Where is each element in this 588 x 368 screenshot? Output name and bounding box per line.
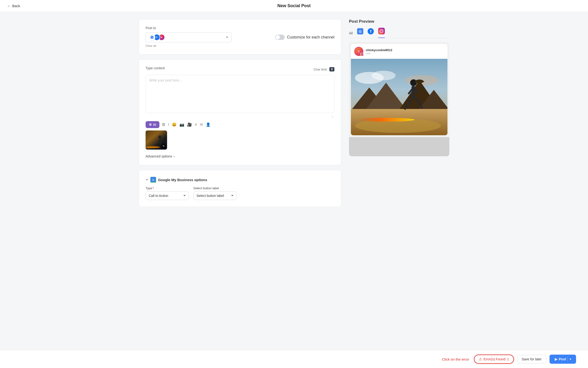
preview-card: C (349, 42, 449, 156)
preview-title: Post Preview (349, 19, 449, 24)
button-label-label: Select button label (193, 186, 236, 190)
channel-select-chevron: ▼ (226, 36, 229, 39)
back-button[interactable]: ← Back (7, 4, 20, 8)
toolbar-row: ⚙ AI B I 😀 📷 🎥 # ✉ 👤 (146, 121, 334, 128)
image-edit-overlay[interactable]: ✎ (161, 143, 166, 149)
svg-text:f: f (370, 29, 371, 33)
customize-toggle[interactable] (275, 35, 285, 40)
svg-text:G: G (359, 30, 361, 33)
post-button[interactable]: ▶ Post ▼ (550, 355, 576, 364)
gmb-logo-icon: G (150, 177, 156, 183)
content-label: Type content (146, 66, 165, 70)
bold-icon[interactable]: B (162, 123, 165, 127)
video-icon[interactable]: 🎥 (187, 122, 192, 127)
clear-all-link[interactable]: Clear all (146, 44, 334, 47)
char-limit-area: Char limit: 0 (314, 67, 334, 72)
textarea-footer: ↘ (146, 114, 334, 118)
svg-point-4 (158, 136, 162, 139)
svg-text:G: G (151, 37, 153, 38)
svg-point-34 (357, 118, 415, 122)
channel-select[interactable]: G f ● ▼ (146, 32, 232, 42)
save-later-button[interactable]: Save for later (517, 355, 546, 363)
preview-card-header: C (351, 44, 448, 59)
image-thumbnail-container: ✎ (146, 130, 167, 150)
channel-avatars: G f ● (149, 34, 163, 41)
customize-row: Customize for each channel (275, 35, 334, 40)
error-found-button[interactable]: ⚠ Error(s) Found: 1 (474, 355, 514, 364)
right-panel: Post Preview All G f (349, 19, 449, 207)
advanced-options-row[interactable]: Advanced options › (146, 154, 334, 158)
gmb-section-title: Google My Business options (158, 178, 207, 182)
type-label: Type* (146, 186, 189, 190)
left-panel: Post to G f ● ▼ (139, 19, 341, 207)
gmb-avatar: G (149, 34, 155, 41)
top-bar: ← Back New Social Post (0, 0, 588, 12)
char-limit-row: Type content Char limit: 0 (146, 66, 334, 72)
preview-image (351, 59, 448, 135)
back-arrow-icon: ← (7, 4, 11, 8)
click-on-error-text: Click on the error (442, 357, 469, 361)
svg-point-19 (383, 29, 383, 30)
char-limit-value: 0 (329, 67, 334, 72)
post-label: Post (559, 357, 566, 361)
tag-icon[interactable]: ✉ (200, 122, 203, 127)
preview-tab-facebook[interactable]: f (368, 28, 374, 38)
preview-tab-all[interactable]: All (349, 31, 353, 38)
post-icon: ▶ (555, 357, 557, 361)
button-label-form-group: Select button label Select button label … (193, 186, 236, 200)
preview-tab-gmb[interactable]: G (357, 28, 363, 38)
emoji-icon[interactable]: 😀 (172, 122, 177, 127)
svg-rect-22 (361, 53, 363, 56)
type-select[interactable]: Call to Action Event Offer Standard (146, 191, 189, 200)
gmb-options-card: ▼ G Google My Business options Type* (139, 170, 341, 207)
post-textarea[interactable] (146, 75, 334, 113)
svg-point-3 (146, 146, 160, 148)
bottom-bar: Click on the error ⚠ Error(s) Found: 1 S… (0, 350, 588, 368)
image-icon[interactable]: 📷 (180, 122, 184, 127)
post-btn-divider (568, 357, 568, 361)
preview-avatar: C (354, 47, 363, 56)
advanced-options-chevron: › (174, 154, 175, 158)
svg-rect-16 (378, 28, 385, 34)
post-to-label: Post to (146, 26, 334, 30)
gmb-form-row: Type* Call to Action Event Offer Standar… (146, 186, 334, 200)
char-limit-label: Char limit: (314, 68, 328, 71)
ig-platform-badge (360, 53, 364, 56)
ai-icon: ⚙ (149, 123, 152, 126)
svg-point-26 (372, 71, 395, 80)
preview-username: chinkycookie8012 (366, 48, 392, 52)
advanced-options-label: Advanced options (146, 154, 172, 158)
content-card: Type content Char limit: 0 ↘ ⚙ AI B I 😀 (139, 59, 341, 165)
preview-gray-area (349, 137, 449, 156)
preview-tabs: All G f (349, 28, 449, 38)
person-icon[interactable]: 👤 (206, 122, 211, 127)
post-to-row: G f ● ▼ Customize for each channel (146, 32, 334, 42)
post-to-card: Post to G f ● ▼ (139, 19, 341, 55)
customize-label: Customize for each channel (287, 35, 334, 39)
hashtag-icon[interactable]: # (195, 123, 197, 127)
gmb-section: ▼ G Google My Business options Type* (146, 177, 334, 200)
error-icon: ⚠ (479, 357, 482, 361)
svg-text:C: C (358, 50, 360, 53)
required-star: * (153, 186, 154, 190)
gmb-collapse-icon[interactable]: ▼ (146, 178, 148, 181)
resize-icon: ↘ (331, 115, 333, 118)
preview-user-info: chinkycookie8012 now (366, 48, 392, 55)
italic-icon[interactable]: I (168, 123, 169, 127)
error-label: Error(s) Found: 1 (484, 357, 509, 361)
preview-time: now (366, 52, 392, 55)
preview-card-inner: C (351, 44, 448, 135)
preview-tab-instagram[interactable] (378, 28, 385, 38)
page-title: New Social Post (277, 3, 311, 8)
svg-text:G: G (152, 178, 154, 181)
button-label-select[interactable]: Select button label Book Order Shop Lear… (193, 191, 236, 200)
ai-button[interactable]: ⚙ AI (146, 121, 159, 128)
ai-label: AI (153, 123, 156, 126)
type-form-group: Type* Call to Action Event Offer Standar… (146, 186, 189, 200)
post-dropdown-arrow[interactable]: ▼ (569, 358, 572, 361)
back-label: Back (12, 4, 20, 8)
gmb-header: ▼ G Google My Business options (146, 177, 334, 183)
main-layout: Post to G f ● ▼ (127, 12, 461, 214)
